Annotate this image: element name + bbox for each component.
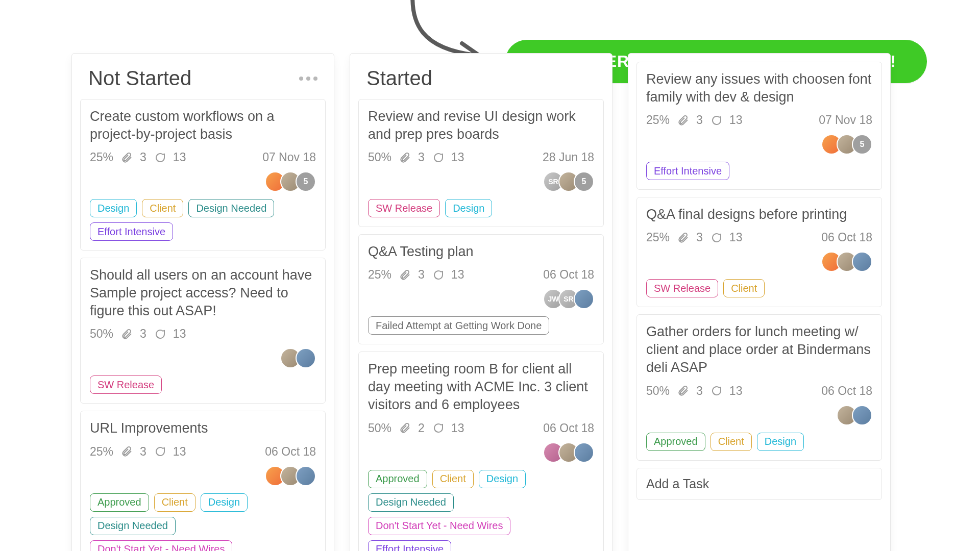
paperclip-icon — [399, 269, 411, 281]
tag-design[interactable]: Design — [201, 493, 248, 512]
task-avatars: 5 — [265, 171, 316, 192]
task-meta-row: 50% 3 13 06 Oct 18 — [646, 384, 872, 398]
task-avatars-row — [368, 442, 594, 463]
task-avatars-row: SR5 — [368, 171, 594, 192]
board-column: Review any issues with choosen font fami… — [628, 53, 891, 551]
kanban-board: Not Started Create custom workflows on a… — [71, 53, 891, 551]
comment-icon — [432, 422, 444, 434]
task-avatars: JWSR — [543, 289, 594, 309]
task-percent: 25% — [368, 268, 391, 282]
task-title: Create custom workflows on a project-by-… — [90, 108, 316, 143]
task-attachments-count: 3 — [418, 268, 425, 282]
comment-icon — [710, 114, 722, 127]
tag-design[interactable]: Design — [757, 433, 804, 451]
task-tags: SW ReleaseDesign — [368, 199, 594, 217]
column-menu-icon[interactable] — [299, 77, 317, 81]
tag-designneeded[interactable]: Design Needed — [368, 493, 454, 512]
task-title: Should all users on an account have Samp… — [90, 266, 316, 320]
tag-client[interactable]: Client — [723, 279, 765, 297]
task-attachments-count: 3 — [140, 445, 146, 459]
tag-design[interactable]: Design — [479, 470, 526, 488]
avatar — [296, 466, 316, 486]
task-card[interactable]: Create custom workflows on a project-by-… — [80, 99, 326, 251]
task-comments-count: 13 — [729, 384, 743, 398]
task-card[interactable]: Gather orders for lunch meeting w/ clien… — [636, 314, 882, 460]
task-percent: 50% — [90, 327, 113, 341]
comment-icon — [710, 385, 722, 397]
column-title: Not Started — [88, 67, 191, 90]
task-attachments-count: 3 — [696, 113, 703, 127]
task-comments-count: 13 — [173, 445, 186, 459]
tag-approved[interactable]: Approved — [368, 470, 427, 488]
task-card[interactable]: Prep meeting room B for client all day m… — [358, 352, 604, 551]
task-comments-count: 13 — [451, 151, 464, 164]
add-task-input[interactable]: Add a Task — [636, 468, 882, 500]
tag-approved[interactable]: Approved — [90, 493, 149, 512]
paperclip-icon — [677, 114, 689, 127]
tag-design[interactable]: Design — [90, 199, 137, 217]
task-card[interactable]: Review and revise UI design work and pre… — [358, 99, 604, 227]
tag-nowires[interactable]: Don't Start Yet - Need Wires — [90, 540, 232, 551]
paperclip-icon — [120, 328, 133, 340]
task-meta-row: 25% 3 13 06 Oct 18 — [368, 268, 594, 282]
tag-design[interactable]: Design — [445, 199, 492, 217]
avatar: 5 — [574, 171, 594, 192]
task-card[interactable]: URL Improvements 25% 3 13 06 Oct 18 Appr… — [80, 411, 326, 551]
task-attachments-count: 3 — [140, 327, 146, 341]
tag-effort[interactable]: Effort Intensive — [646, 162, 729, 180]
tag-client[interactable]: Client — [710, 433, 752, 451]
task-date: 06 Oct 18 — [265, 445, 316, 459]
task-comments-count: 13 — [173, 327, 186, 341]
task-comments-count: 13 — [451, 421, 464, 435]
tag-effort[interactable]: Effort Intensive — [90, 222, 173, 241]
task-card[interactable]: Should all users on an account have Samp… — [80, 258, 326, 404]
task-avatars-row — [90, 466, 316, 486]
tag-approved[interactable]: Approved — [646, 433, 705, 451]
task-tags: ApprovedClientDesign — [646, 433, 872, 451]
task-percent: 25% — [90, 445, 113, 459]
task-title: Gather orders for lunch meeting w/ clien… — [646, 323, 872, 377]
task-card[interactable]: Q&A final designs before printing 25% 3 … — [636, 197, 882, 307]
task-comments-count: 13 — [451, 268, 464, 282]
tag-sw[interactable]: SW Release — [90, 375, 162, 394]
column-task-list: Review and revise UI design work and pre… — [358, 99, 604, 551]
avatar: 5 — [296, 171, 316, 192]
avatar — [852, 252, 872, 272]
task-attachments-count: 2 — [418, 421, 425, 435]
tag-nowires[interactable]: Don't Start Yet - Need Wires — [368, 517, 510, 535]
tag-sw[interactable]: SW Release — [368, 199, 440, 217]
tag-client[interactable]: Client — [432, 470, 474, 488]
task-date: 07 Nov 18 — [262, 151, 316, 164]
task-title: URL Improvements — [90, 419, 316, 437]
task-avatars-row: 5 — [646, 134, 872, 155]
avatar: 5 — [852, 134, 872, 155]
task-meta-row: 25% 3 13 07 Nov 18 — [90, 151, 316, 164]
tag-designneeded[interactable]: Design Needed — [90, 517, 176, 535]
task-title: Q&A Testing plan — [368, 243, 594, 261]
task-avatars — [265, 466, 316, 486]
task-meta-row: 25% 3 13 06 Oct 18 — [646, 231, 872, 244]
task-card[interactable]: Q&A Testing plan 25% 3 13 06 Oct 18 JWSR… — [358, 234, 604, 344]
task-title: Review any issues with choosen font fami… — [646, 70, 872, 106]
tag-client[interactable]: Client — [142, 199, 183, 217]
task-date: 07 Nov 18 — [819, 113, 872, 127]
comment-icon — [154, 152, 166, 164]
paperclip-icon — [677, 232, 689, 244]
task-attachments-count: 3 — [418, 151, 425, 164]
task-date: 06 Oct 18 — [821, 231, 872, 244]
avatar — [574, 289, 594, 309]
column-task-list: Review any issues with choosen font fami… — [636, 62, 882, 500]
task-percent: 25% — [646, 113, 670, 127]
task-meta-row: 25% 3 13 06 Oct 18 — [90, 445, 316, 459]
tag-sw[interactable]: SW Release — [646, 279, 718, 297]
comment-icon — [154, 328, 166, 340]
comment-icon — [710, 232, 722, 244]
task-tags: ApprovedClientDesignDesign NeededDon't S… — [90, 493, 316, 551]
task-date: 06 Oct 18 — [543, 268, 594, 282]
tag-designneeded[interactable]: Design Needed — [188, 199, 274, 217]
avatar — [296, 348, 316, 368]
tag-client[interactable]: Client — [154, 493, 195, 512]
tag-effort[interactable]: Effort Intensive — [368, 540, 451, 551]
task-card[interactable]: Review any issues with choosen font fami… — [636, 62, 882, 190]
tag-failed[interactable]: Failed Attempt at Getting Work Done — [368, 316, 549, 335]
